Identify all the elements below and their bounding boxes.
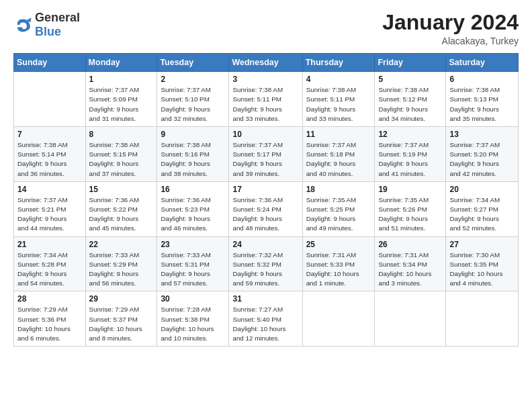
day-info: Sunrise: 7:33 AM Sunset: 5:31 PM Dayligh… [161, 250, 225, 289]
day-info: Sunrise: 7:28 AM Sunset: 5:38 PM Dayligh… [161, 305, 225, 343]
day-number: 30 [161, 294, 225, 304]
calendar-cell: 18Sunrise: 7:35 AM Sunset: 5:25 PM Dayli… [302, 181, 375, 236]
day-info: Sunrise: 7:37 AM Sunset: 5:18 PM Dayligh… [306, 140, 371, 179]
calendar-cell: 13Sunrise: 7:37 AM Sunset: 5:20 PM Dayli… [446, 127, 519, 182]
calendar: SundayMondayTuesdayWednesdayThursdayFrid… [13, 53, 519, 347]
weekday-header-thursday: Thursday [302, 54, 375, 72]
weekday-header-row: SundayMondayTuesdayWednesdayThursdayFrid… [14, 54, 519, 72]
day-info: Sunrise: 7:38 AM Sunset: 5:13 PM Dayligh… [449, 85, 515, 124]
logo-icon [13, 15, 32, 34]
day-number: 8 [89, 130, 154, 139]
calendar-cell: 10Sunrise: 7:37 AM Sunset: 5:17 PM Dayli… [229, 127, 302, 182]
day-info: Sunrise: 7:37 AM Sunset: 5:19 PM Dayligh… [378, 140, 442, 179]
day-number: 1 [89, 75, 154, 84]
day-info: Sunrise: 7:30 AM Sunset: 5:35 PM Dayligh… [449, 250, 515, 289]
calendar-cell [446, 291, 519, 347]
calendar-body: 1Sunrise: 7:37 AM Sunset: 5:09 PM Daylig… [14, 72, 519, 347]
day-number: 21 [17, 240, 82, 249]
logo: General Blue [13, 11, 80, 39]
day-number: 5 [378, 75, 442, 84]
calendar-cell: 27Sunrise: 7:30 AM Sunset: 5:35 PM Dayli… [446, 236, 519, 291]
logo-text: General Blue [35, 11, 80, 39]
day-number: 9 [161, 130, 225, 139]
day-info: Sunrise: 7:38 AM Sunset: 5:12 PM Dayligh… [378, 85, 442, 124]
calendar-cell [14, 72, 86, 127]
day-info: Sunrise: 7:37 AM Sunset: 5:17 PM Dayligh… [232, 140, 298, 179]
day-info: Sunrise: 7:37 AM Sunset: 5:20 PM Dayligh… [449, 140, 515, 179]
weekday-header-wednesday: Wednesday [229, 54, 302, 72]
day-number: 4 [306, 75, 371, 84]
day-number: 3 [232, 75, 298, 84]
calendar-cell: 14Sunrise: 7:37 AM Sunset: 5:21 PM Dayli… [14, 181, 86, 236]
day-number: 13 [449, 130, 515, 139]
calendar-cell: 11Sunrise: 7:37 AM Sunset: 5:18 PM Dayli… [302, 127, 375, 182]
week-row-1: 1Sunrise: 7:37 AM Sunset: 5:09 PM Daylig… [14, 72, 519, 127]
month-year: January 2024 [382, 11, 519, 34]
day-number: 24 [232, 240, 298, 249]
calendar-cell: 29Sunrise: 7:29 AM Sunset: 5:37 PM Dayli… [85, 291, 157, 347]
weekday-header-saturday: Saturday [446, 54, 519, 72]
day-number: 12 [378, 130, 442, 139]
calendar-cell: 24Sunrise: 7:32 AM Sunset: 5:32 PM Dayli… [229, 236, 302, 291]
day-number: 2 [161, 75, 225, 84]
day-number: 26 [378, 240, 442, 249]
calendar-cell: 12Sunrise: 7:37 AM Sunset: 5:19 PM Dayli… [375, 127, 446, 182]
day-number: 27 [449, 240, 515, 249]
day-info: Sunrise: 7:38 AM Sunset: 5:15 PM Dayligh… [89, 140, 154, 179]
day-info: Sunrise: 7:31 AM Sunset: 5:33 PM Dayligh… [306, 250, 371, 289]
day-info: Sunrise: 7:32 AM Sunset: 5:32 PM Dayligh… [232, 250, 298, 289]
weekday-header-friday: Friday [375, 54, 446, 72]
calendar-cell: 5Sunrise: 7:38 AM Sunset: 5:12 PM Daylig… [375, 72, 446, 127]
location: Alacakaya, Turkey [382, 36, 519, 46]
calendar-cell: 1Sunrise: 7:37 AM Sunset: 5:09 PM Daylig… [85, 72, 157, 127]
week-row-5: 28Sunrise: 7:29 AM Sunset: 5:36 PM Dayli… [14, 291, 519, 347]
calendar-cell: 28Sunrise: 7:29 AM Sunset: 5:36 PM Dayli… [14, 291, 86, 347]
day-info: Sunrise: 7:36 AM Sunset: 5:23 PM Dayligh… [161, 195, 225, 234]
day-info: Sunrise: 7:37 AM Sunset: 5:21 PM Dayligh… [17, 195, 82, 234]
day-number: 17 [232, 185, 298, 194]
day-number: 20 [449, 185, 515, 194]
week-row-4: 21Sunrise: 7:34 AM Sunset: 5:28 PM Dayli… [14, 236, 519, 291]
calendar-cell: 16Sunrise: 7:36 AM Sunset: 5:23 PM Dayli… [157, 181, 229, 236]
day-info: Sunrise: 7:35 AM Sunset: 5:25 PM Dayligh… [306, 195, 371, 234]
calendar-cell: 17Sunrise: 7:36 AM Sunset: 5:24 PM Dayli… [229, 181, 302, 236]
calendar-cell: 26Sunrise: 7:31 AM Sunset: 5:34 PM Dayli… [375, 236, 446, 291]
day-number: 10 [232, 130, 298, 139]
weekday-header-sunday: Sunday [14, 54, 86, 72]
day-number: 16 [161, 185, 225, 194]
calendar-cell [375, 291, 446, 347]
day-number: 11 [306, 130, 371, 139]
calendar-cell: 20Sunrise: 7:34 AM Sunset: 5:27 PM Dayli… [446, 181, 519, 236]
day-number: 18 [306, 185, 371, 194]
day-info: Sunrise: 7:31 AM Sunset: 5:34 PM Dayligh… [378, 250, 442, 289]
day-info: Sunrise: 7:38 AM Sunset: 5:16 PM Dayligh… [161, 140, 225, 179]
day-number: 6 [449, 75, 515, 84]
calendar-cell: 21Sunrise: 7:34 AM Sunset: 5:28 PM Dayli… [14, 236, 86, 291]
day-info: Sunrise: 7:34 AM Sunset: 5:28 PM Dayligh… [17, 250, 82, 289]
day-info: Sunrise: 7:27 AM Sunset: 5:40 PM Dayligh… [232, 305, 298, 343]
calendar-cell: 6Sunrise: 7:38 AM Sunset: 5:13 PM Daylig… [446, 72, 519, 127]
calendar-cell: 19Sunrise: 7:35 AM Sunset: 5:26 PM Dayli… [375, 181, 446, 236]
calendar-cell: 25Sunrise: 7:31 AM Sunset: 5:33 PM Dayli… [302, 236, 375, 291]
day-number: 29 [89, 294, 154, 304]
day-number: 14 [17, 185, 82, 194]
calendar-cell: 15Sunrise: 7:36 AM Sunset: 5:22 PM Dayli… [85, 181, 157, 236]
day-number: 31 [232, 294, 298, 304]
day-info: Sunrise: 7:38 AM Sunset: 5:11 PM Dayligh… [306, 85, 371, 124]
day-info: Sunrise: 7:36 AM Sunset: 5:22 PM Dayligh… [89, 195, 154, 234]
calendar-cell: 9Sunrise: 7:38 AM Sunset: 5:16 PM Daylig… [157, 127, 229, 182]
title-block: January 2024 Alacakaya, Turkey [382, 11, 519, 46]
week-row-2: 7Sunrise: 7:38 AM Sunset: 5:14 PM Daylig… [14, 127, 519, 182]
day-number: 28 [17, 294, 82, 304]
calendar-cell: 30Sunrise: 7:28 AM Sunset: 5:38 PM Dayli… [157, 291, 229, 347]
weekday-header-monday: Monday [85, 54, 157, 72]
day-info: Sunrise: 7:34 AM Sunset: 5:27 PM Dayligh… [449, 195, 515, 234]
calendar-cell: 22Sunrise: 7:33 AM Sunset: 5:29 PM Dayli… [85, 236, 157, 291]
day-info: Sunrise: 7:36 AM Sunset: 5:24 PM Dayligh… [232, 195, 298, 234]
logo-general: General [35, 11, 80, 24]
day-info: Sunrise: 7:29 AM Sunset: 5:37 PM Dayligh… [89, 305, 154, 343]
day-number: 7 [17, 130, 82, 139]
calendar-cell [302, 291, 375, 347]
day-number: 23 [161, 240, 225, 249]
day-info: Sunrise: 7:37 AM Sunset: 5:10 PM Dayligh… [161, 85, 225, 124]
